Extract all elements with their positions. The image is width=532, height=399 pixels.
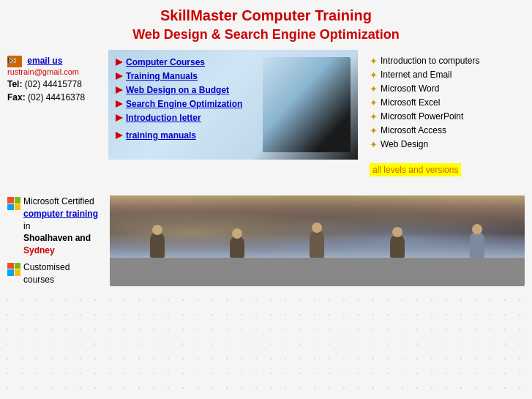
location-text: Shoalhaven and — [23, 233, 91, 243]
fax-label: Fax: — [7, 92, 26, 102]
sydney-text: Sydney — [23, 245, 55, 256]
email-link[interactable]: email us — [27, 56, 62, 66]
list-item: Training Manuals — [116, 71, 263, 81]
customised-text: Customised courses — [23, 261, 102, 286]
course-item: Microsoft Word — [381, 83, 439, 94]
fax-number: (02) 44416378 — [28, 92, 85, 102]
course-item: Introduction to computers — [381, 56, 479, 66]
email-address: rustrain@gmail.com — [7, 67, 102, 76]
all-levels-text: all levels and versions — [370, 163, 461, 176]
left-sidebar: ✉ email us rustrain@gmail.com Tel: (02) … — [7, 50, 102, 181]
ms-certified-block: Microsoft Certified computer training in… — [7, 195, 102, 257]
training-manuals-bottom-link[interactable]: training manuals — [126, 130, 196, 141]
checkmark-icon: ✦ — [370, 56, 378, 67]
list-item: Web Design on a Budget — [116, 85, 263, 95]
lower-section: Microsoft Certified computer training in… — [0, 195, 532, 286]
course-item: Internet and Email — [381, 70, 452, 80]
classroom-photo-area — [110, 195, 525, 286]
checkmark-icon: ✦ — [370, 111, 378, 122]
ms-icon-2 — [7, 263, 20, 276]
list-item: training manuals — [116, 130, 263, 141]
training-manuals-link[interactable]: Training Manuals — [126, 71, 198, 81]
intro-letter-link[interactable]: Introduction letter — [126, 113, 201, 123]
list-item: ✦ Microsoft PowerPoint — [370, 111, 519, 122]
list-item: Computer Courses — [116, 57, 263, 67]
main-content: ✉ email us rustrain@gmail.com Tel: (02) … — [0, 50, 532, 181]
tel-label: Tel: — [7, 79, 22, 89]
checkmark-icon: ✦ — [370, 70, 378, 81]
contact-block: ✉ email us rustrain@gmail.com — [7, 56, 102, 76]
list-item: ✦ Microsoft Excel — [370, 97, 519, 108]
page-wrapper: SkillMaster Computer Training Web Design… — [0, 0, 532, 294]
fax-block: Fax: (02) 44416378 — [7, 92, 102, 102]
right-panel: ✦ Introduction to computers ✦ Internet a… — [364, 50, 525, 181]
person-silhouette — [230, 236, 244, 258]
course-item: Microsoft PowerPoint — [381, 111, 463, 122]
list-item: ✦ Internet and Email — [370, 70, 519, 81]
checkmark-icon: ✦ — [370, 97, 378, 108]
center-panel: Computer Courses Training Manuals Web De… — [108, 50, 358, 181]
courses-list: ✦ Introduction to computers ✦ Internet a… — [364, 50, 525, 159]
list-item: Introduction letter — [116, 113, 263, 123]
tel-block: Tel: (02) 44415778 — [7, 79, 102, 89]
customised-block: Customised courses — [7, 261, 102, 286]
site-subtitle: Web Design & Search Engine Optimization — [0, 27, 532, 42]
page-header: SkillMaster Computer Training — [0, 7, 532, 24]
banner-image — [263, 57, 351, 152]
seo-link[interactable]: Search Engine Optimization — [126, 99, 242, 109]
ms-icon — [7, 197, 20, 210]
classroom-photo — [110, 195, 525, 258]
site-title: SkillMaster Computer Training — [0, 7, 532, 24]
list-item: ✦ Web Design — [370, 139, 519, 150]
person-silhouette — [390, 234, 405, 258]
email-icon: ✉ — [7, 56, 22, 67]
photo-people — [110, 230, 525, 258]
ms-cert-text: Microsoft Certified computer training in… — [23, 195, 102, 257]
course-item: Web Design — [381, 139, 428, 149]
computer-training-link[interactable]: computer training — [23, 209, 98, 219]
checkmark-icon: ✦ — [370, 83, 378, 94]
all-levels-badge: all levels and versions — [364, 159, 525, 181]
web-design-link[interactable]: Web Design on a Budget — [126, 85, 229, 95]
person-silhouette — [310, 230, 324, 258]
ms-certified-label: Microsoft Certified — [23, 196, 94, 206]
nav-banner: Computer Courses Training Manuals Web De… — [108, 50, 358, 160]
course-item: Microsoft Access — [381, 125, 446, 135]
customised-courses-label: Customised courses — [23, 262, 70, 285]
in-text: in — [23, 221, 30, 231]
list-item: ✦ Introduction to computers — [370, 56, 519, 67]
list-item: ✦ Microsoft Word — [370, 83, 519, 94]
nav-links-list: Computer Courses Training Manuals Web De… — [116, 57, 263, 152]
computer-courses-link[interactable]: Computer Courses — [126, 57, 205, 67]
list-item: ✦ Microsoft Access — [370, 125, 519, 136]
page-subtitle: Web Design & Search Engine Optimization — [0, 27, 532, 42]
person-silhouette — [150, 232, 165, 258]
checkmark-icon: ✦ — [370, 139, 378, 150]
list-item: Search Engine Optimization — [116, 99, 263, 109]
tel-number: (02) 44415778 — [25, 79, 82, 89]
person-silhouette — [470, 231, 484, 258]
course-item: Microsoft Excel — [381, 97, 440, 108]
lower-left-sidebar: Microsoft Certified computer training in… — [7, 195, 102, 286]
checkmark-icon: ✦ — [370, 125, 378, 136]
